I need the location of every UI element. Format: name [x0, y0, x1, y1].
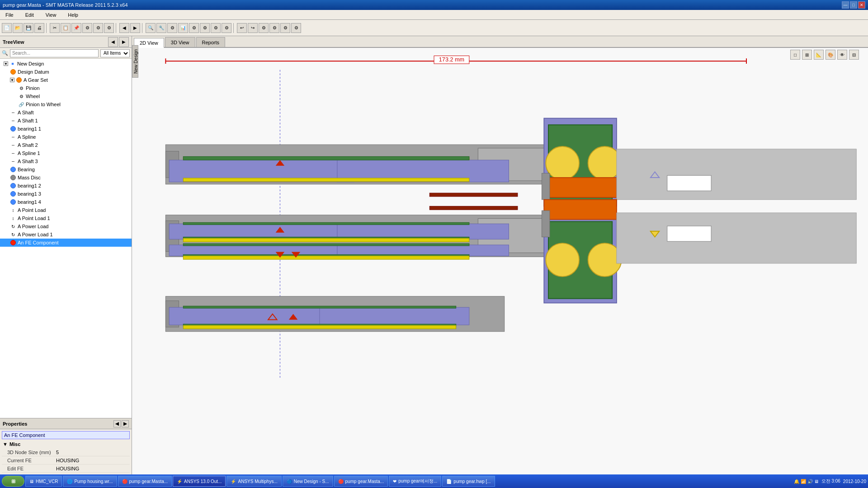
tree-node-spline[interactable]: ╌ A Spline [0, 133, 132, 141]
tool-13[interactable]: 🔍 [146, 23, 156, 33]
tree-node-fe-component[interactable]: An FE Component [0, 239, 132, 247]
tab-2d-view[interactable]: 2D View [134, 38, 164, 48]
tool-14[interactable]: 🔧 [156, 23, 166, 33]
ansys-multi-icon: ⚡ [231, 479, 236, 484]
power-load1-icon: ↻ [10, 231, 16, 238]
tool-24[interactable]: ⚙ [291, 23, 301, 33]
close-button[interactable]: ✕ [858, 1, 865, 9]
taskbar-app-pump-analysis[interactable]: ❤ pump gear에서정... [389, 476, 441, 487]
tool-21[interactable]: ⚙ [259, 23, 269, 33]
tool-5[interactable]: ✂ [50, 23, 60, 33]
tree-node-bearing1-1[interactable]: bearing1 1 [0, 125, 132, 133]
taskbar-app-ansys-out[interactable]: ⚡ ANSYS 13.0 Out... [173, 476, 226, 487]
spline1-icon: ╌ [10, 150, 16, 156]
menu-edit[interactable]: Edit [22, 11, 38, 19]
tree-node-bearing1-4[interactable]: bearing1 4 [0, 198, 132, 206]
taskbar-app-pump-housing[interactable]: 🌐 Pump housing.wr... [63, 476, 117, 487]
sep3 [142, 23, 144, 33]
tool-save[interactable]: 💾 [24, 23, 33, 33]
tree-node-pinion[interactable]: ⚙ Pinion [0, 84, 132, 92]
shaft2-icon: ╌ [10, 142, 16, 148]
tab-3d-view[interactable]: 3D View [165, 37, 195, 47]
minimize-button[interactable]: — [842, 1, 849, 9]
tool-undo[interactable]: ↩ [237, 23, 247, 33]
tree-node-bearing1-3[interactable]: bearing1 3 [0, 190, 132, 198]
tool-16[interactable]: 📊 [178, 23, 188, 33]
tray-icons: 🔔 📶 🔊 🖥 [794, 479, 818, 484]
prop-row-current-fe: Current FE HOUSING [2, 456, 130, 465]
tree-node-wheel[interactable]: ⚙ Wheel [0, 92, 132, 100]
tree-label-fe-component: An FE Component [18, 240, 59, 245]
tree-node-shaft[interactable]: ╌ A Shaft [0, 108, 132, 117]
tool-10[interactable]: ⚙ [104, 23, 114, 33]
taskbar-app-new-design[interactable]: 🔵 New Design - S... [283, 476, 333, 487]
menu-help[interactable]: Help [64, 11, 82, 19]
props-collapse[interactable]: ◀ [113, 420, 121, 427]
tree-node-gear-set[interactable]: ▼ A Gear Set [0, 76, 132, 84]
tree-node-bearing1-2[interactable]: bearing1 2 [0, 182, 132, 190]
bearing1-1-icon [10, 126, 16, 132]
tool-7[interactable]: 📌 [71, 23, 81, 33]
diagram-svg: 173.2 mm [132, 48, 868, 474]
taskbar-app-pump-masta1[interactable]: 🔴 pump gear.Masta... [118, 476, 172, 487]
tree-node-mass-disc[interactable]: Mass Disc [0, 174, 132, 182]
tree-node-shaft2[interactable]: ╌ A Shaft 2 [0, 141, 132, 149]
svg-rect-23 [183, 256, 469, 259]
tree-node-power-load1[interactable]: ↻ A Power Load 1 [0, 230, 132, 239]
props-expand[interactable]: ▶ [122, 420, 129, 427]
tool-23[interactable]: ⚙ [280, 23, 290, 33]
tool-4[interactable]: 🖨 [34, 23, 44, 33]
tool-17[interactable]: ⚙ [189, 23, 199, 33]
tool-11[interactable]: ◀ [119, 23, 129, 33]
bearing1-2-icon [10, 183, 16, 189]
tool-open[interactable]: 📂 [13, 23, 23, 33]
tree-node-shaft1[interactable]: ╌ A Shaft 1 [0, 117, 132, 125]
expand-icon[interactable]: ▼ [4, 61, 8, 66]
tree-node-point-load[interactable]: ↕ A Point Load [0, 206, 132, 214]
search-bar: 🔍 All Items [0, 48, 132, 59]
tool-new[interactable]: 📄 [2, 23, 12, 33]
tool-18[interactable]: ⚙ [200, 23, 210, 33]
pump-analysis-icon: ❤ [393, 479, 396, 484]
menu-file[interactable]: File [2, 11, 17, 19]
mass-disc-icon [10, 174, 16, 181]
tree-node-shaft3[interactable]: ╌ A Shaft 3 [0, 157, 132, 165]
tree-node-design-datum[interactable]: Design Datum [0, 68, 132, 76]
tree-node-spline1[interactable]: ╌ A Spline 1 [0, 149, 132, 157]
tool-6[interactable]: 📋 [61, 23, 71, 33]
tab-reports[interactable]: Reports [196, 37, 226, 47]
taskbar-app-pump-hwp[interactable]: 📄 pump gear.hwp [... [442, 476, 495, 487]
gear-set-expand[interactable]: ▼ [10, 78, 14, 82]
tree-node-pinion-to-wheel[interactable]: 🔗 Pinion to Wheel [0, 100, 132, 108]
tool-20[interactable]: ⚙ [222, 23, 231, 33]
taskbar-app-ansys-multi[interactable]: ⚡ ANSYS Multiphys... [226, 476, 281, 487]
svg-rect-18 [183, 222, 469, 225]
tool-19[interactable]: ⚙ [211, 23, 221, 33]
menu-view[interactable]: View [42, 11, 60, 19]
svg-rect-20 [183, 244, 469, 246]
tool-12[interactable]: ▶ [130, 23, 140, 33]
maximize-button[interactable]: □ [850, 1, 857, 9]
tree-node-power-load[interactable]: ↻ A Power Load [0, 222, 132, 230]
tool-9[interactable]: ⚙ [93, 23, 103, 33]
taskbar-app-pump-masta2[interactable]: 🔴 pump gear.Masta... [334, 476, 388, 487]
tree-node-new-design[interactable]: ▼ ■ New Design [0, 60, 132, 68]
tool-8[interactable]: ⚙ [82, 23, 92, 33]
new-design-side-tab[interactable]: New Design [132, 45, 138, 78]
treeview-collapse[interactable]: ◀ [108, 37, 118, 47]
tree-node-bearing[interactable]: Bearing [0, 165, 132, 174]
tree-label-point-load: A Point Load [18, 207, 46, 213]
search-input[interactable] [10, 49, 99, 57]
tree-node-point-load1[interactable]: ↕ A Point Load 1 [0, 214, 132, 222]
tool-22[interactable]: ⚙ [269, 23, 279, 33]
taskbar-app-hmc[interactable]: 🖥 HMC_VCR [25, 476, 62, 487]
treeview-expand[interactable]: ▶ [119, 37, 129, 47]
ansys-out-icon: ⚡ [177, 479, 182, 484]
filter-dropdown[interactable]: All Items [100, 49, 130, 57]
tool-15[interactable]: ⚙ [167, 23, 177, 33]
tool-redo[interactable]: ↪ [248, 23, 258, 33]
start-button[interactable]: ⊞ [2, 476, 24, 487]
design-datum-icon [10, 69, 16, 75]
svg-rect-17 [337, 245, 509, 256]
right-orange-lower [544, 200, 617, 220]
